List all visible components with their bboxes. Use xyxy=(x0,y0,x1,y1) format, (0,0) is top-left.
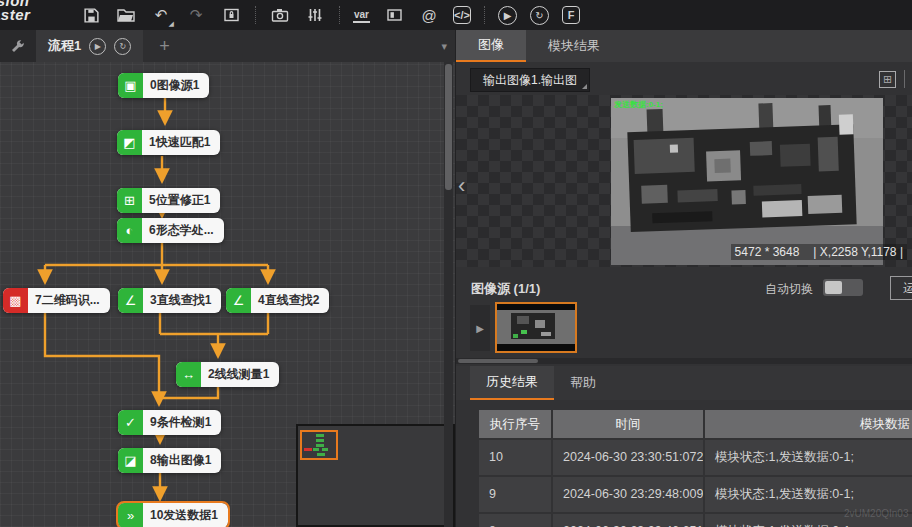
col-time: 时间 xyxy=(553,410,703,438)
collapse-left-chevron-icon[interactable]: ‹ xyxy=(458,173,465,199)
col-module-data: 模块数据 xyxy=(705,410,912,438)
layout-grid-icon[interactable]: ⊞ xyxy=(879,71,896,88)
node-label: 3直线查找1 xyxy=(143,288,221,313)
node-icon: ◩ xyxy=(117,130,142,155)
run-once-icon[interactable]: ▶ xyxy=(498,6,517,25)
node-label: 7二维码识... xyxy=(28,288,110,313)
flow-node-2[interactable]: ⊞5位置修正1 xyxy=(117,188,220,213)
toolbar-icons: ↶◢↷var@</>▶↻F xyxy=(80,0,580,30)
flow-tab-bar: 流程1 ▶ ↻ + ▾ xyxy=(0,30,455,62)
save-icon[interactable] xyxy=(80,4,102,26)
image-thumbnail[interactable] xyxy=(495,302,577,353)
node-icon: ✓ xyxy=(118,410,143,435)
viewer-toolbar: 输出图像1.输出图 ⊞ xyxy=(456,62,912,95)
toolbar-separator xyxy=(255,6,256,24)
flow-node-4[interactable]: ▩7二维码识... xyxy=(3,288,110,313)
node-label: 1快速匹配1 xyxy=(142,130,220,155)
image-source-row: 图像源 (1/1) 自动切换 运行 xyxy=(456,273,912,303)
run-button[interactable]: 运行 xyxy=(890,276,912,300)
flow-node-3[interactable]: ◐6形态学处... xyxy=(117,218,224,243)
global-variables-icon[interactable]: var xyxy=(353,7,370,23)
node-icon: ⊞ xyxy=(117,188,142,213)
canvas-vertical-scrollbar[interactable] xyxy=(444,62,453,527)
tab-flow-1[interactable]: 流程1 ▶ ↻ xyxy=(36,30,143,62)
undo-icon[interactable]: ↶◢ xyxy=(150,4,172,26)
flow-node-7[interactable]: ↔2线线测量1 xyxy=(176,362,279,387)
toolbar-separator xyxy=(339,6,340,24)
cursor-position: | X,2258 Y,1178 | xyxy=(813,245,903,259)
run-flow-icon[interactable]: ▶ xyxy=(89,38,106,55)
dropdown-corner-icon xyxy=(582,84,587,89)
run-continuous-icon[interactable]: ↻ xyxy=(530,6,549,25)
node-label: 5位置修正1 xyxy=(142,188,220,213)
node-label: 10发送数据1 xyxy=(143,503,228,527)
node-icon: ↔ xyxy=(176,362,201,387)
tab-help[interactable]: 帮助 xyxy=(554,366,612,400)
viewer-toolbar-separator xyxy=(904,70,905,88)
io-module-icon[interactable] xyxy=(383,4,405,26)
flow-node-5[interactable]: ∠3直线查找1 xyxy=(118,288,221,313)
node-label: 9条件检测1 xyxy=(143,410,221,435)
communication-icon[interactable]: @ xyxy=(418,4,440,26)
window-lock-icon[interactable] xyxy=(220,4,242,26)
flow-node-6[interactable]: ∠4直线查找2 xyxy=(226,288,329,313)
result-image xyxy=(611,98,883,265)
table-cell: 8 xyxy=(479,514,551,527)
auto-switch-label: 自动切换 xyxy=(765,281,813,298)
table-cell: 10 xyxy=(479,440,551,475)
thumbnail-expand-button[interactable]: ▶ xyxy=(470,305,490,351)
table-cell: 模块状态:1,发送数据:0-1; xyxy=(705,477,912,512)
node-label: 8输出图像1 xyxy=(143,448,221,473)
toggle-knob xyxy=(825,281,842,294)
thumbnail-scrollbar[interactable] xyxy=(456,358,912,364)
code-script-icon[interactable]: </> xyxy=(453,6,471,24)
function-frame-icon[interactable]: F xyxy=(562,6,580,24)
image-source-dropdown[interactable]: 输出图像1.输出图 xyxy=(470,68,590,92)
tab-history-result[interactable]: 历史结果 xyxy=(470,366,554,400)
redo-icon[interactable]: ↷ xyxy=(185,4,207,26)
flow-node-0[interactable]: ▣0图像源1 xyxy=(118,73,209,98)
node-icon: ▣ xyxy=(118,73,143,98)
camera-icon[interactable] xyxy=(269,4,291,26)
watermark: 2vUM20QIn03 xyxy=(844,508,908,519)
table-row[interactable]: 102024-06-30 23:30:51:072模块状态:1,发送数据:0-1… xyxy=(479,440,912,475)
node-icon: ◪ xyxy=(118,448,143,473)
table-cell: 2024-06-30 23:29:46:651 xyxy=(553,514,703,527)
node-label: 2线线测量1 xyxy=(201,362,279,387)
table-row[interactable]: 92024-06-30 23:29:48:009模块状态:1,发送数据:0-1; xyxy=(479,477,912,512)
table-cell: 9 xyxy=(479,477,551,512)
history-tabs: 历史结果 帮助 xyxy=(456,366,912,400)
open-solution-icon[interactable] xyxy=(115,4,137,26)
result-tabs: 图像 模块结果 xyxy=(456,30,912,62)
history-table-header: 执行序号 时间 模块数据 xyxy=(479,410,912,438)
top-toolbar: ision aster ↶◢↷var@</>▶↻F xyxy=(0,0,912,30)
col-exec-index: 执行序号 xyxy=(479,410,551,438)
image-viewer[interactable]: 发送数据:0-1; ‹ 5472 * 3648 | X,2258 Y,1178 … xyxy=(456,95,912,267)
flow-node-8[interactable]: ✓9条件检测1 xyxy=(118,410,221,435)
undo-dropdown-caret: ◢ xyxy=(169,20,174,28)
auto-switch-toggle[interactable] xyxy=(823,279,863,296)
app-window: ision aster ↶◢↷var@</>▶↻F 流程1 ▶ ↻ + ▾ xyxy=(0,0,912,527)
flow-node-9[interactable]: ◪8输出图像1 xyxy=(118,448,221,473)
node-icon: ∠ xyxy=(226,288,251,313)
flowbar-chevron-down-icon[interactable]: ▾ xyxy=(441,40,447,53)
tab-image[interactable]: 图像 xyxy=(456,30,526,62)
image-source-title: 图像源 (1/1) xyxy=(471,280,540,298)
wrench-icon[interactable] xyxy=(0,30,36,62)
tab-module-result[interactable]: 模块结果 xyxy=(526,30,622,62)
run-flow-loop-icon[interactable]: ↻ xyxy=(114,38,131,55)
flow-node-1[interactable]: ◩1快速匹配1 xyxy=(117,130,220,155)
module-settings-icon[interactable] xyxy=(304,4,326,26)
flow-node-10[interactable]: »10发送数据1 xyxy=(118,503,228,527)
image-status-bar: 5472 * 3648 | X,2258 Y,1178 | xyxy=(731,244,907,260)
minimap-viewport[interactable] xyxy=(300,430,338,460)
node-label: 0图像源1 xyxy=(143,73,209,98)
flowchart-canvas[interactable]: ▣0图像源1◩1快速匹配1⊞5位置修正1◐6形态学处...▩7二维码识...∠3… xyxy=(0,62,455,527)
right-panel: 图像 模块结果 输出图像1.输出图 ⊞ xyxy=(455,30,912,527)
node-icon: ▩ xyxy=(3,288,28,313)
app-logo: ision aster xyxy=(0,0,30,22)
minimap[interactable] xyxy=(296,424,455,527)
add-flow-button[interactable]: + xyxy=(159,36,170,57)
node-label: 4直线查找2 xyxy=(251,288,329,313)
image-overlay-text: 发送数据:0-1; xyxy=(614,99,663,110)
